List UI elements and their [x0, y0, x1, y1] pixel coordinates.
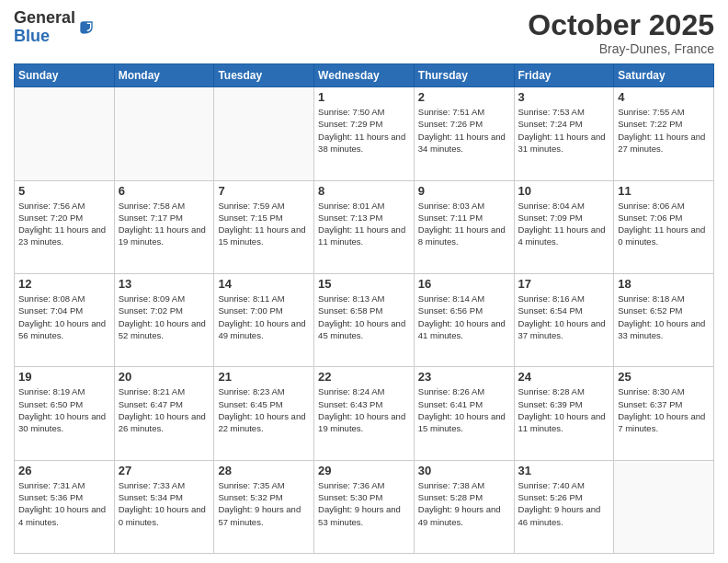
day-number: 24: [518, 370, 610, 384]
day-number: 19: [18, 370, 110, 384]
calendar-cell: 24Sunrise: 8:28 AM Sunset: 6:39 PM Dayli…: [514, 367, 614, 460]
calendar-cell: 16Sunrise: 8:14 AM Sunset: 6:56 PM Dayli…: [414, 273, 514, 366]
day-number: 20: [119, 370, 210, 384]
calendar-cell: 4Sunrise: 7:55 AM Sunset: 7:22 PM Daylig…: [614, 87, 714, 180]
day-number: 9: [418, 184, 510, 198]
day-number: 15: [318, 277, 410, 291]
day-info: Sunrise: 7:55 AM Sunset: 7:22 PM Dayligh…: [618, 106, 710, 155]
day-number: 31: [518, 464, 610, 477]
calendar-header-row: Sunday Monday Tuesday Wednesday Thursday…: [15, 64, 714, 87]
calendar-cell: 28Sunrise: 7:35 AM Sunset: 5:32 PM Dayli…: [214, 460, 314, 553]
calendar-cell: 18Sunrise: 8:18 AM Sunset: 6:52 PM Dayli…: [614, 273, 714, 366]
header: General Blue October 2025 Bray-Dunes, Fr…: [14, 9, 714, 56]
day-info: Sunrise: 8:21 AM Sunset: 6:47 PM Dayligh…: [119, 385, 210, 434]
logo: General Blue: [14, 9, 96, 46]
day-info: Sunrise: 7:59 AM Sunset: 7:15 PM Dayligh…: [218, 200, 310, 248]
day-number: 13: [119, 277, 210, 291]
calendar-cell: 27Sunrise: 7:33 AM Sunset: 5:34 PM Dayli…: [114, 460, 214, 553]
day-number: 23: [418, 370, 510, 384]
calendar-week-3: 19Sunrise: 8:19 AM Sunset: 6:50 PM Dayli…: [15, 367, 714, 460]
day-info: Sunrise: 8:28 AM Sunset: 6:39 PM Dayligh…: [518, 385, 610, 434]
day-number: 3: [518, 90, 610, 104]
day-info: Sunrise: 8:16 AM Sunset: 6:54 PM Dayligh…: [518, 293, 610, 341]
calendar-cell: 25Sunrise: 8:30 AM Sunset: 6:37 PM Dayli…: [614, 367, 714, 460]
calendar-cell: 14Sunrise: 8:11 AM Sunset: 7:00 PM Dayli…: [214, 273, 314, 366]
day-number: 26: [18, 464, 110, 477]
calendar-cell: 10Sunrise: 8:04 AM Sunset: 7:09 PM Dayli…: [514, 180, 614, 273]
location: Bray-Dunes, France: [528, 41, 714, 56]
calendar-cell: 31Sunrise: 7:40 AM Sunset: 5:26 PM Dayli…: [514, 460, 614, 553]
day-number: 10: [518, 184, 610, 198]
day-info: Sunrise: 7:58 AM Sunset: 7:17 PM Dayligh…: [119, 200, 210, 248]
calendar-cell: [614, 460, 714, 553]
day-number: 7: [218, 184, 310, 198]
day-info: Sunrise: 7:33 AM Sunset: 5:34 PM Dayligh…: [119, 479, 210, 528]
day-number: 22: [318, 370, 410, 384]
day-number: 21: [218, 370, 310, 384]
day-info: Sunrise: 8:13 AM Sunset: 6:58 PM Dayligh…: [318, 293, 410, 341]
day-number: 2: [418, 90, 510, 104]
calendar-cell: 2Sunrise: 7:51 AM Sunset: 7:26 PM Daylig…: [414, 87, 514, 180]
calendar-week-2: 12Sunrise: 8:08 AM Sunset: 7:04 PM Dayli…: [15, 273, 714, 366]
day-number: 18: [618, 277, 710, 291]
day-info: Sunrise: 7:38 AM Sunset: 5:28 PM Dayligh…: [418, 479, 510, 528]
calendar-cell: [15, 87, 115, 180]
col-sunday: Sunday: [15, 64, 115, 87]
day-info: Sunrise: 7:35 AM Sunset: 5:32 PM Dayligh…: [218, 479, 310, 528]
day-info: Sunrise: 8:19 AM Sunset: 6:50 PM Dayligh…: [18, 385, 110, 434]
calendar-cell: 26Sunrise: 7:31 AM Sunset: 5:36 PM Dayli…: [15, 460, 115, 553]
day-info: Sunrise: 8:01 AM Sunset: 7:13 PM Dayligh…: [318, 200, 410, 248]
calendar-cell: 19Sunrise: 8:19 AM Sunset: 6:50 PM Dayli…: [15, 367, 115, 460]
calendar-cell: 6Sunrise: 7:58 AM Sunset: 7:17 PM Daylig…: [114, 180, 214, 273]
day-info: Sunrise: 8:26 AM Sunset: 6:41 PM Dayligh…: [418, 385, 510, 434]
col-tuesday: Tuesday: [214, 64, 314, 87]
calendar-cell: 7Sunrise: 7:59 AM Sunset: 7:15 PM Daylig…: [214, 180, 314, 273]
calendar-cell: 11Sunrise: 8:06 AM Sunset: 7:06 PM Dayli…: [614, 180, 714, 273]
day-info: Sunrise: 8:08 AM Sunset: 7:04 PM Dayligh…: [18, 293, 110, 341]
calendar-cell: 15Sunrise: 8:13 AM Sunset: 6:58 PM Dayli…: [314, 273, 415, 366]
col-thursday: Thursday: [414, 64, 514, 87]
calendar-cell: [214, 87, 314, 180]
day-number: 1: [318, 90, 410, 104]
day-info: Sunrise: 8:06 AM Sunset: 7:06 PM Dayligh…: [618, 200, 710, 248]
day-info: Sunrise: 8:18 AM Sunset: 6:52 PM Dayligh…: [618, 293, 710, 341]
day-number: 17: [518, 277, 610, 291]
calendar-cell: 17Sunrise: 8:16 AM Sunset: 6:54 PM Dayli…: [514, 273, 614, 366]
logo-general: General: [14, 9, 75, 28]
day-number: 25: [618, 370, 710, 384]
day-info: Sunrise: 7:56 AM Sunset: 7:20 PM Dayligh…: [18, 200, 110, 248]
col-friday: Friday: [514, 64, 614, 87]
day-info: Sunrise: 7:40 AM Sunset: 5:26 PM Dayligh…: [518, 479, 610, 528]
day-number: 4: [618, 90, 710, 104]
day-number: 14: [218, 277, 310, 291]
logo-icon: [77, 18, 96, 37]
day-number: 28: [218, 464, 310, 477]
col-saturday: Saturday: [614, 64, 714, 87]
calendar-week-0: 1Sunrise: 7:50 AM Sunset: 7:29 PM Daylig…: [15, 87, 714, 180]
calendar-week-1: 5Sunrise: 7:56 AM Sunset: 7:20 PM Daylig…: [15, 180, 714, 273]
day-info: Sunrise: 8:24 AM Sunset: 6:43 PM Dayligh…: [318, 385, 410, 434]
day-number: 16: [418, 277, 510, 291]
calendar-cell: 21Sunrise: 8:23 AM Sunset: 6:45 PM Dayli…: [214, 367, 314, 460]
day-number: 27: [119, 464, 210, 477]
calendar-cell: 30Sunrise: 7:38 AM Sunset: 5:28 PM Dayli…: [414, 460, 514, 553]
day-info: Sunrise: 7:31 AM Sunset: 5:36 PM Dayligh…: [18, 479, 110, 528]
day-number: 8: [318, 184, 410, 198]
calendar-cell: 22Sunrise: 8:24 AM Sunset: 6:43 PM Dayli…: [314, 367, 415, 460]
calendar-cell: 13Sunrise: 8:09 AM Sunset: 7:02 PM Dayli…: [114, 273, 214, 366]
day-info: Sunrise: 8:09 AM Sunset: 7:02 PM Dayligh…: [119, 293, 210, 341]
day-info: Sunrise: 8:23 AM Sunset: 6:45 PM Dayligh…: [218, 385, 310, 434]
calendar-cell: 9Sunrise: 8:03 AM Sunset: 7:11 PM Daylig…: [414, 180, 514, 273]
calendar-week-4: 26Sunrise: 7:31 AM Sunset: 5:36 PM Dayli…: [15, 460, 714, 553]
calendar-cell: 1Sunrise: 7:50 AM Sunset: 7:29 PM Daylig…: [314, 87, 415, 180]
page: General Blue October 2025 Bray-Dunes, Fr…: [0, 0, 728, 563]
day-info: Sunrise: 8:04 AM Sunset: 7:09 PM Dayligh…: [518, 200, 610, 248]
day-info: Sunrise: 7:51 AM Sunset: 7:26 PM Dayligh…: [418, 106, 510, 155]
logo-text: General Blue: [14, 9, 75, 46]
calendar-cell: 20Sunrise: 8:21 AM Sunset: 6:47 PM Dayli…: [114, 367, 214, 460]
day-info: Sunrise: 8:30 AM Sunset: 6:37 PM Dayligh…: [618, 385, 710, 434]
day-number: 12: [18, 277, 110, 291]
day-info: Sunrise: 7:53 AM Sunset: 7:24 PM Dayligh…: [518, 106, 610, 155]
col-monday: Monday: [114, 64, 214, 87]
day-info: Sunrise: 7:50 AM Sunset: 7:29 PM Dayligh…: [318, 106, 410, 155]
